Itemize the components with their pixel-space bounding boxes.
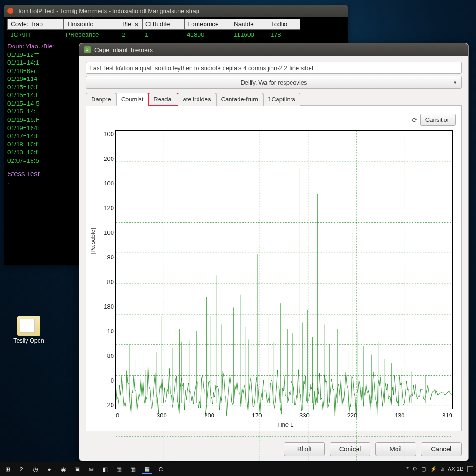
dialog-title-text: Cape Inliant Trerners bbox=[94, 46, 153, 53]
terminal-title-text: TomTiolP Teol - Tomilg Memmeits - Indusi… bbox=[17, 7, 199, 14]
chart-panel: ⟳ Cansition [Paisoble] 10020010012010080… bbox=[86, 106, 462, 431]
table-header: Fomeomce bbox=[184, 19, 231, 30]
dialog-titlebar[interactable]: » Cape Inliant Trerners bbox=[79, 43, 468, 56]
taskbar-item[interactable]: ▦ bbox=[114, 464, 124, 474]
tray-item[interactable]: ⚙ bbox=[412, 466, 417, 472]
tab-coumist[interactable]: Coumist bbox=[116, 93, 149, 106]
y-tick: 80 bbox=[95, 254, 114, 261]
taskbar-item[interactable]: 2 bbox=[17, 464, 26, 474]
table-cell: 41800 bbox=[184, 30, 231, 40]
table-cell: 1 bbox=[142, 30, 184, 40]
table-header: Blet s bbox=[119, 19, 142, 30]
x-tick: 330 bbox=[299, 412, 310, 419]
tray-item[interactable]: ΛX:1B bbox=[448, 466, 463, 472]
table-cell: PRepeance bbox=[63, 30, 119, 40]
table-cell: 111600 bbox=[231, 30, 268, 40]
taskbar-item[interactable]: ◉ bbox=[59, 464, 68, 474]
table-cell: 1C AIIT bbox=[7, 30, 63, 40]
x-tick: 200 bbox=[204, 412, 214, 419]
y-tick: 120 bbox=[95, 205, 114, 212]
y-tick: 100 bbox=[95, 180, 114, 187]
taskbar-item[interactable]: ▦ bbox=[128, 464, 138, 474]
mode-combobox[interactable]: Dellfy. Wa for respeovies bbox=[86, 76, 462, 89]
y-axis-ticks: 10020010012010080801801080020 bbox=[95, 131, 114, 409]
taskbar-item[interactable]: C bbox=[156, 464, 165, 474]
description-text: East Test lo\ition a qualt sroftio|feyth… bbox=[89, 65, 313, 72]
x-tick: 220 bbox=[347, 412, 357, 419]
close-icon[interactable] bbox=[7, 8, 13, 14]
table-row: 1C AIITPRepeance2141800111600178 bbox=[7, 30, 344, 40]
tray-item[interactable]: ▢ bbox=[421, 466, 426, 472]
tab--captlints[interactable]: î Captlints bbox=[263, 93, 300, 106]
dialog-window: » Cape Inliant Trerners East Test lo\iti… bbox=[79, 43, 469, 461]
cancel-chart-button[interactable]: Cansition bbox=[420, 114, 456, 126]
y-tick: 80 bbox=[95, 278, 114, 285]
desktop-icon[interactable]: Tesliy Open bbox=[10, 316, 47, 344]
x-tick: 300 bbox=[157, 412, 167, 419]
tray-item[interactable]: ⎚ bbox=[441, 466, 444, 472]
taskbar-item[interactable]: ▣ bbox=[73, 464, 82, 474]
taskbar-item[interactable]: ◷ bbox=[31, 464, 40, 474]
tray-item[interactable]: * bbox=[406, 466, 409, 472]
table-header: Naulde bbox=[231, 19, 268, 30]
taskbar-item[interactable]: ⊞ bbox=[3, 464, 12, 474]
folder-icon bbox=[17, 316, 40, 336]
taskbar-item[interactable]: ▦ bbox=[142, 464, 152, 474]
y-tick: 80 bbox=[95, 352, 114, 359]
taskbar-item[interactable]: ◧ bbox=[100, 464, 110, 474]
taskbar-item[interactable]: ✉ bbox=[86, 464, 96, 474]
tab-danpre[interactable]: Danpre bbox=[86, 93, 116, 106]
x-tick: 319 bbox=[442, 412, 452, 419]
y-tick: 100 bbox=[95, 229, 114, 236]
x-tick: 170 bbox=[252, 412, 262, 419]
x-tick: 0 bbox=[116, 412, 119, 419]
taskbar-item[interactable]: ● bbox=[45, 464, 54, 474]
tab-ate-irdides[interactable]: ate irdides bbox=[178, 93, 216, 106]
table-cell: 178 bbox=[268, 30, 300, 40]
tab-readal[interactable]: Readal bbox=[148, 93, 178, 106]
y-tick: 20 bbox=[95, 402, 114, 409]
y-tick: 0 bbox=[95, 377, 114, 384]
table-header-row: Covle: TrapTlmsionloBlet sCliftuditeFome… bbox=[7, 19, 344, 30]
x-tick: 130 bbox=[395, 412, 405, 419]
table-header: Covle: Trap bbox=[7, 19, 63, 30]
y-tick: 10 bbox=[95, 328, 114, 335]
table-header: Tlmsionlo bbox=[63, 19, 119, 30]
y-tick: 180 bbox=[95, 303, 114, 310]
taskbar: ⊞2◷●◉▣✉◧▦▦▦C *⚙▢⚡⎚ΛX:1B bbox=[0, 462, 476, 476]
terminal-titlebar[interactable]: TomTiolP Teol - Tomilg Memmeits - Indusi… bbox=[4, 5, 348, 17]
combo-value: Dellfy. Wa for respeovies bbox=[240, 79, 307, 86]
tray-item[interactable]: ⚡ bbox=[430, 466, 437, 472]
description-input[interactable]: East Test lo\ition a qualt sroftio|feyth… bbox=[86, 62, 462, 74]
y-tick: 200 bbox=[95, 155, 114, 162]
table-header: Cliftudite bbox=[142, 19, 184, 30]
desktop-icon-label: Tesliy Open bbox=[10, 337, 47, 344]
table-cell: 2 bbox=[119, 30, 142, 40]
refresh-icon[interactable]: ⟳ bbox=[412, 116, 417, 124]
table-header: Todlio bbox=[268, 19, 300, 30]
tray-item[interactable] bbox=[467, 466, 473, 472]
app-icon: » bbox=[84, 46, 91, 53]
x-axis-ticks: 0300200170330220130319 bbox=[116, 412, 452, 419]
system-tray[interactable]: *⚙▢⚡⎚ΛX:1B bbox=[406, 466, 473, 472]
plot-area[interactable]: [Paisoble] 10020010012010080801801080020… bbox=[115, 130, 453, 409]
tab-cantade-frum[interactable]: Cantade-frum bbox=[216, 93, 263, 106]
y-tick: 100 bbox=[95, 131, 114, 138]
tab-bar: DanpreCoumistReadalate irdidesCantade-fr… bbox=[86, 93, 462, 106]
